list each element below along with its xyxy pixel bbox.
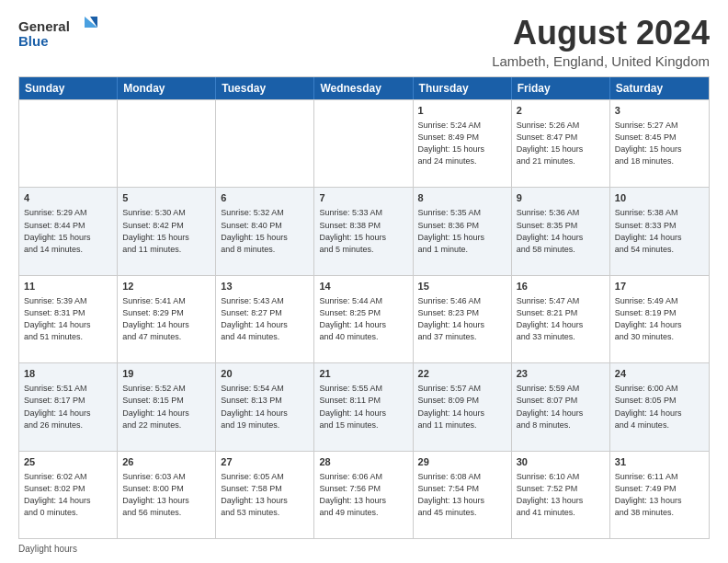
day-number: 8 <box>418 191 506 205</box>
day-cell-25: 25Sunrise: 6:02 AMSunset: 8:02 PMDayligh… <box>19 452 118 538</box>
day-number: 31 <box>615 455 704 469</box>
day-number: 25 <box>24 455 112 469</box>
day-header-monday: Monday <box>118 77 216 99</box>
day-cell-27: 27Sunrise: 6:05 AMSunset: 7:58 PMDayligh… <box>216 452 314 538</box>
day-header-wednesday: Wednesday <box>314 77 413 99</box>
header: General Blue August 2024 Lambeth, Englan… <box>18 15 710 69</box>
day-cell-9: 9Sunrise: 5:36 AMSunset: 8:35 PMDaylight… <box>512 188 610 274</box>
calendar-row: 11Sunrise: 5:39 AMSunset: 8:31 PMDayligh… <box>19 275 709 362</box>
empty-cell <box>118 100 216 187</box>
day-cell-29: 29Sunrise: 6:08 AMSunset: 7:54 PMDayligh… <box>414 452 512 538</box>
day-cell-12: 12Sunrise: 5:41 AMSunset: 8:29 PMDayligh… <box>118 276 216 362</box>
day-info: Sunrise: 6:08 AMSunset: 7:54 PMDaylight:… <box>418 471 506 519</box>
day-number: 26 <box>122 455 210 469</box>
day-cell-31: 31Sunrise: 6:11 AMSunset: 7:49 PMDayligh… <box>610 452 709 538</box>
day-number: 27 <box>221 455 309 469</box>
footer-note: Daylight hours <box>18 544 710 554</box>
calendar-body: 1Sunrise: 5:24 AMSunset: 8:49 PMDaylight… <box>19 99 709 538</box>
day-cell-28: 28Sunrise: 6:06 AMSunset: 7:56 PMDayligh… <box>314 452 413 538</box>
day-info: Sunrise: 6:05 AMSunset: 7:58 PMDaylight:… <box>221 471 309 519</box>
day-header-tuesday: Tuesday <box>216 77 314 99</box>
day-info: Sunrise: 5:44 AMSunset: 8:25 PMDaylight:… <box>319 295 407 343</box>
day-header-saturday: Saturday <box>610 77 709 99</box>
day-cell-21: 21Sunrise: 5:55 AMSunset: 8:11 PMDayligh… <box>314 363 413 450</box>
day-number: 29 <box>418 455 506 469</box>
day-info: Sunrise: 5:30 AMSunset: 8:42 PMDaylight:… <box>122 207 210 255</box>
calendar-row: 4Sunrise: 5:29 AMSunset: 8:44 PMDaylight… <box>19 187 709 274</box>
day-number: 9 <box>517 191 605 205</box>
day-cell-17: 17Sunrise: 5:49 AMSunset: 8:19 PMDayligh… <box>610 276 709 362</box>
day-header-sunday: Sunday <box>19 77 118 99</box>
empty-cell <box>314 100 413 187</box>
day-info: Sunrise: 5:32 AMSunset: 8:40 PMDaylight:… <box>221 207 309 255</box>
day-number: 20 <box>221 367 309 381</box>
day-cell-6: 6Sunrise: 5:32 AMSunset: 8:40 PMDaylight… <box>216 188 314 274</box>
day-info: Sunrise: 5:35 AMSunset: 8:36 PMDaylight:… <box>418 207 506 255</box>
empty-cell <box>19 100 118 187</box>
page: General Blue August 2024 Lambeth, Englan… <box>0 0 728 563</box>
day-number: 11 <box>24 280 112 293</box>
day-number: 7 <box>319 191 407 205</box>
day-info: Sunrise: 6:10 AMSunset: 7:52 PMDaylight:… <box>517 471 605 519</box>
logo-icon: General Blue <box>18 15 101 53</box>
day-cell-18: 18Sunrise: 5:51 AMSunset: 8:17 PMDayligh… <box>19 363 118 450</box>
day-number: 18 <box>24 367 112 381</box>
day-info: Sunrise: 6:00 AMSunset: 8:05 PMDaylight:… <box>615 383 704 431</box>
day-info: Sunrise: 5:24 AMSunset: 8:49 PMDaylight:… <box>418 120 506 167</box>
day-cell-1: 1Sunrise: 5:24 AMSunset: 8:49 PMDaylight… <box>414 100 512 187</box>
day-cell-20: 20Sunrise: 5:54 AMSunset: 8:13 PMDayligh… <box>216 363 314 450</box>
day-info: Sunrise: 5:27 AMSunset: 8:45 PMDaylight:… <box>615 120 704 167</box>
day-cell-24: 24Sunrise: 6:00 AMSunset: 8:05 PMDayligh… <box>610 363 709 450</box>
title-block: August 2024 Lambeth, England, United Kin… <box>492 15 710 69</box>
day-number: 15 <box>418 280 506 293</box>
day-cell-4: 4Sunrise: 5:29 AMSunset: 8:44 PMDaylight… <box>19 188 118 274</box>
day-info: Sunrise: 5:29 AMSunset: 8:44 PMDaylight:… <box>24 207 112 255</box>
day-cell-26: 26Sunrise: 6:03 AMSunset: 8:00 PMDayligh… <box>118 452 216 538</box>
day-info: Sunrise: 5:49 AMSunset: 8:19 PMDaylight:… <box>615 295 704 343</box>
day-cell-30: 30Sunrise: 6:10 AMSunset: 7:52 PMDayligh… <box>512 452 610 538</box>
day-number: 14 <box>319 280 407 293</box>
svg-text:General: General <box>18 18 70 34</box>
day-number: 28 <box>319 455 407 469</box>
day-cell-3: 3Sunrise: 5:27 AMSunset: 8:45 PMDaylight… <box>610 100 709 187</box>
day-info: Sunrise: 5:39 AMSunset: 8:31 PMDaylight:… <box>24 295 112 343</box>
day-info: Sunrise: 5:43 AMSunset: 8:27 PMDaylight:… <box>221 295 309 343</box>
day-number: 13 <box>221 280 309 293</box>
day-number: 6 <box>221 191 309 205</box>
day-number: 4 <box>24 191 112 205</box>
day-info: Sunrise: 6:06 AMSunset: 7:56 PMDaylight:… <box>319 471 407 519</box>
day-info: Sunrise: 5:41 AMSunset: 8:29 PMDaylight:… <box>122 295 210 343</box>
main-title: August 2024 <box>492 15 710 52</box>
day-info: Sunrise: 5:57 AMSunset: 8:09 PMDaylight:… <box>418 383 506 431</box>
calendar-header: SundayMondayTuesdayWednesdayThursdayFrid… <box>19 77 709 99</box>
day-info: Sunrise: 5:54 AMSunset: 8:13 PMDaylight:… <box>221 383 309 431</box>
day-number: 30 <box>517 455 605 469</box>
day-cell-13: 13Sunrise: 5:43 AMSunset: 8:27 PMDayligh… <box>216 276 314 362</box>
day-cell-19: 19Sunrise: 5:52 AMSunset: 8:15 PMDayligh… <box>118 363 216 450</box>
day-number: 5 <box>122 191 210 205</box>
day-info: Sunrise: 6:11 AMSunset: 7:49 PMDaylight:… <box>615 471 704 519</box>
svg-text:Blue: Blue <box>18 33 49 49</box>
day-info: Sunrise: 5:55 AMSunset: 8:11 PMDaylight:… <box>319 383 407 431</box>
day-number: 16 <box>517 280 605 293</box>
day-header-friday: Friday <box>512 77 610 99</box>
day-cell-5: 5Sunrise: 5:30 AMSunset: 8:42 PMDaylight… <box>118 188 216 274</box>
day-info: Sunrise: 5:47 AMSunset: 8:21 PMDaylight:… <box>517 295 605 343</box>
subtitle: Lambeth, England, United Kingdom <box>492 53 710 69</box>
day-header-thursday: Thursday <box>414 77 512 99</box>
day-cell-10: 10Sunrise: 5:38 AMSunset: 8:33 PMDayligh… <box>610 188 709 274</box>
day-info: Sunrise: 6:03 AMSunset: 8:00 PMDaylight:… <box>122 471 210 519</box>
day-cell-22: 22Sunrise: 5:57 AMSunset: 8:09 PMDayligh… <box>414 363 512 450</box>
day-number: 12 <box>122 280 210 293</box>
calendar-row: 18Sunrise: 5:51 AMSunset: 8:17 PMDayligh… <box>19 362 709 450</box>
calendar: SundayMondayTuesdayWednesdayThursdayFrid… <box>18 76 710 539</box>
day-number: 19 <box>122 367 210 381</box>
day-number: 22 <box>418 367 506 381</box>
day-info: Sunrise: 5:38 AMSunset: 8:33 PMDaylight:… <box>615 207 704 255</box>
day-cell-11: 11Sunrise: 5:39 AMSunset: 8:31 PMDayligh… <box>19 276 118 362</box>
day-cell-2: 2Sunrise: 5:26 AMSunset: 8:47 PMDaylight… <box>512 100 610 187</box>
calendar-row: 1Sunrise: 5:24 AMSunset: 8:49 PMDaylight… <box>19 99 709 187</box>
day-info: Sunrise: 5:36 AMSunset: 8:35 PMDaylight:… <box>517 207 605 255</box>
day-number: 10 <box>615 191 704 205</box>
day-number: 1 <box>418 104 506 118</box>
